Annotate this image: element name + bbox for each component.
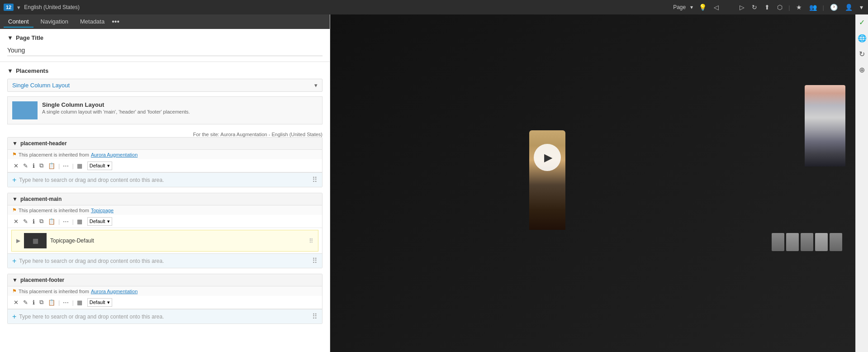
ptb-main-default-select[interactable]: Default ▾ [87,217,112,226]
aurora-preview-frame: a aurora CommMedia Inside 1-800-555-1234… [330,39,855,352]
content-item-name: Topicpage-Default [50,238,305,244]
inherited-main-icon: ⚑ [12,207,17,213]
add-content-footer-text: Type here to search or drag and drop con… [19,314,164,320]
ptb-footer-more[interactable]: ⋯ [62,298,70,307]
inherited-link-aurora[interactable]: Aurora Augmentation [91,152,138,157]
check-icon-btn[interactable]: ✓ [859,18,865,27]
ptb-info-btn[interactable]: ℹ [31,162,36,170]
star-icon[interactable]: ★ [795,4,803,11]
layout-selector[interactable]: Single Column Layout ▾ [7,79,323,92]
add-content-header[interactable]: + Type here to search or drag and drop c… [8,172,322,187]
ptb-main-close[interactable]: ✕ [12,217,20,226]
nav-back-icon[interactable]: ◁ [712,4,720,11]
bulb-icon[interactable]: 💡 [697,4,708,11]
layout-info-box: Single Column Layout A single column lay… [7,96,323,124]
preview-sidebar: Dresses All the beautiful dresses you ne… [764,85,850,269]
ptb-thumb-btn[interactable]: ▦ [76,162,84,170]
ptb-main-more[interactable]: ⋯ [62,217,70,226]
inherited-icon: ⚑ [12,152,17,157]
ptb-paste-btn[interactable]: 📋 [47,162,57,170]
grip-icon: ⠿ [312,176,318,184]
ptb-more-btn[interactable]: ⋯ [62,162,70,170]
ptb-footer-close[interactable]: ✕ [12,298,20,307]
user-chevron[interactable]: ▾ [859,4,864,11]
page-title-header[interactable]: ▼ Page Title [7,34,323,41]
user-icon[interactable]: 👤 [844,4,854,11]
export-icon[interactable]: ⬆ [763,4,771,11]
globe-icon-btn[interactable]: 🌐 [858,34,867,43]
share-icon[interactable]: ⬡ [776,4,784,11]
refresh-icon[interactable]: ↻ [750,4,759,11]
tab-content[interactable]: Content [4,16,33,28]
right-panel: Preview Mode ● ▭ 🖥 Desktop ⊞ ⊟ ▾ a auror… [330,14,855,352]
ptb-footer-copy[interactable]: ⧉ [38,298,45,307]
cms-logo: 12 [4,4,14,11]
inherited-footer-link[interactable]: Aurora Augmentation [91,289,138,294]
page-title-input[interactable] [7,45,323,56]
ptb-main-default-label: Default [90,219,105,224]
layout-selector-arrow: ▾ [314,82,318,89]
tab-navigation[interactable]: Navigation [36,16,73,28]
expand-arrow[interactable]: ▶ [16,238,20,244]
placement-header-title[interactable]: ▼ placement-header [8,138,322,150]
placement-main-arrow: ▼ [12,196,18,202]
placement-header-arrow: ▼ [12,140,18,147]
add-content-footer[interactable]: + Type here to search or drag and drop c… [8,309,322,323]
placement-footer-toolbar: ✕ ✎ ℹ ⧉ 📋 | ⋯ | ▦ Default ▾ [8,296,322,309]
ptb-footer-info[interactable]: ℹ [31,298,36,307]
plus-circle-icon-btn[interactable]: ⊕ [859,66,865,74]
ptb-main-info[interactable]: ℹ [31,217,36,226]
language-selector[interactable]: English (United States) [24,4,80,10]
ptb-edit-btn[interactable]: ✎ [22,162,29,170]
ptb-main-thumb[interactable]: ▦ [76,217,84,226]
content-item-topicpage[interactable]: ▶ ▦ Topicpage-Default ⠿ [11,230,318,252]
ptb-footer-default-select[interactable]: Default ▾ [87,298,112,307]
refresh-right-icon-btn[interactable]: ↻ [859,50,865,58]
placement-main-toolbar: ✕ ✎ ℹ ⧉ 📋 | ⋯ | ▦ Default ▾ [8,215,322,228]
fashion-promo-image [764,215,850,269]
tab-more-icon[interactable]: ••• [112,18,119,26]
layout-site-info: For the site: Aurora Augmentation - Engl… [7,132,323,137]
placement-header-group: ▼ placement-header ⚑ This placement is i… [7,137,323,187]
top-toolbar: 12 ▾ English (United States) Page ▾ 💡 ◁ … [0,0,868,14]
ptb-footer-edit[interactable]: ✎ [22,298,29,307]
placement-footer-inherited: ⚑ This placement is inherited from Auror… [8,286,322,296]
inherited-main-link[interactable]: Topicpage [91,208,114,213]
ptb-main-paste[interactable]: 📋 [47,217,57,226]
ptb-select-arrow: ▾ [107,163,110,169]
ptb-close-btn[interactable]: ✕ [12,162,20,170]
right-icons-bar: ✓ 🌐 ↻ ⊕ [855,14,868,352]
inherited-footer-text: This placement is inherited from [19,289,89,294]
placement-footer-group: ▼ placement-footer ⚑ This placement is i… [7,274,323,324]
layout-name: Single Column Layout [42,101,190,108]
placement-header-label: placement-header [20,140,67,147]
main-split: Content Navigation Metadata ••• ▼ Page T… [0,14,868,352]
placement-header-toolbar: ✕ ✎ ℹ ⧉ 📋 | ⋯ | ▦ Default ▾ [8,159,322,172]
grip-main-icon: ⠿ [312,257,318,265]
ptb-main-copy[interactable]: ⧉ [38,217,45,226]
placements-header[interactable]: ▼ Placements [7,67,323,74]
fashion-promo-card [764,215,850,269]
drag-handle-icon[interactable]: ⠿ [309,238,313,244]
video-play-button[interactable]: ▶ [534,144,561,171]
page-chevron[interactable]: ▾ [690,4,693,10]
ptb-default-select[interactable]: Default ▾ [87,162,112,170]
add-content-main-icon: + [12,257,16,265]
layout-description: Single Column Layout A single column lay… [42,101,190,114]
chevron-down-icon[interactable]: ▾ [17,4,20,11]
user-compare-icon[interactable]: 👥 [808,4,818,11]
nav-forward-icon[interactable]: ▷ [738,4,746,11]
layout-desc-text: A single column layout with 'main', 'hea… [42,109,190,114]
ptb-footer-paste[interactable]: 📋 [47,298,57,307]
ptb-copy-btn[interactable]: ⧉ [38,161,45,170]
placement-footer-arrow: ▼ [12,277,18,283]
grip-footer-icon: ⠿ [312,312,318,321]
placement-footer-title[interactable]: ▼ placement-footer [8,274,322,286]
clock-icon[interactable]: 🕐 [829,4,839,11]
ptb-footer-thumb[interactable]: ▦ [76,298,84,307]
ptb-main-edit[interactable]: ✎ [22,217,29,226]
tab-metadata[interactable]: Metadata [76,16,109,28]
add-icon: + [12,176,16,184]
add-content-main[interactable]: + Type here to search or drag and drop c… [8,253,322,268]
placement-main-title[interactable]: ▼ placement-main [8,193,322,205]
